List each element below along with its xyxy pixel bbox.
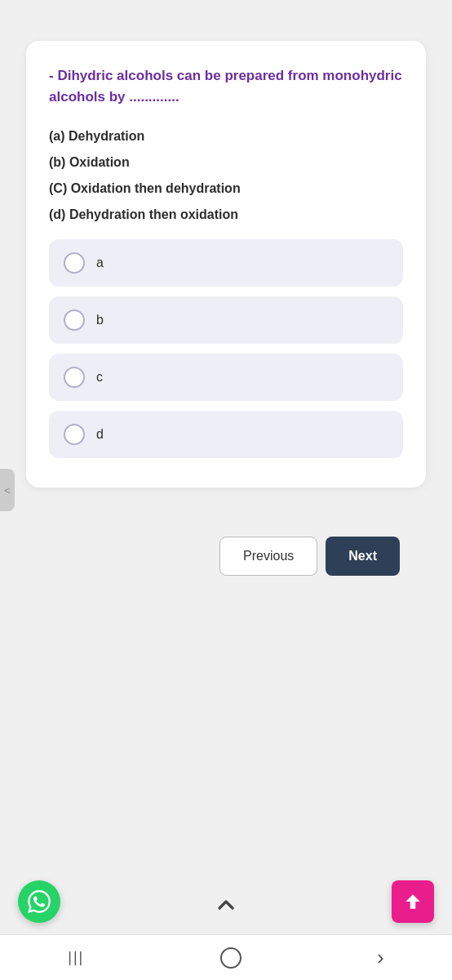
chevron-up-icon	[213, 892, 239, 918]
option-d-letter: d	[96, 427, 104, 442]
whatsapp-icon	[28, 890, 51, 913]
radio-c	[64, 367, 85, 388]
question-text: - Dihydric alcohols can be prepared from…	[49, 65, 403, 109]
bottom-bar: ||| ›	[0, 934, 452, 980]
chevron-right-icon[interactable]: ›	[377, 945, 384, 970]
home-circle-icon[interactable]	[220, 947, 242, 969]
side-handle-icon: <	[4, 484, 11, 497]
scroll-up-fab[interactable]	[208, 887, 244, 923]
option-b-label: (b) Oxidation	[49, 153, 403, 172]
option-b-letter: b	[96, 313, 104, 327]
radio-a	[64, 252, 85, 274]
question-card: - Dihydric alcohols can be prepared from…	[26, 41, 426, 488]
option-a[interactable]: a	[49, 239, 403, 287]
top-button[interactable]	[392, 880, 434, 923]
radio-d	[64, 424, 85, 445]
option-c-letter: c	[96, 370, 103, 385]
option-c[interactable]: c	[49, 354, 403, 401]
next-button[interactable]: Next	[326, 537, 400, 576]
previous-button[interactable]: Previous	[219, 537, 317, 576]
nav-row: Previous Next	[26, 537, 426, 576]
option-d[interactable]: d	[49, 411, 403, 458]
radio-b	[64, 310, 85, 331]
option-a-label: (a) Dehydration	[49, 127, 403, 146]
option-b[interactable]: b	[49, 296, 403, 344]
arrow-up-icon	[402, 891, 423, 912]
whatsapp-fab[interactable]	[18, 880, 60, 923]
option-a-letter: a	[96, 256, 104, 270]
options-list: a b c d	[49, 239, 403, 458]
option-d-label: (d) Dehydration then oxidation	[49, 205, 403, 225]
option-c-label: (C) Oxidation then dehydration	[49, 179, 403, 198]
menu-icon[interactable]: |||	[68, 949, 84, 966]
page-wrapper: - Dihydric alcohols can be prepared from…	[0, 0, 452, 980]
side-handle[interactable]: <	[0, 469, 15, 511]
